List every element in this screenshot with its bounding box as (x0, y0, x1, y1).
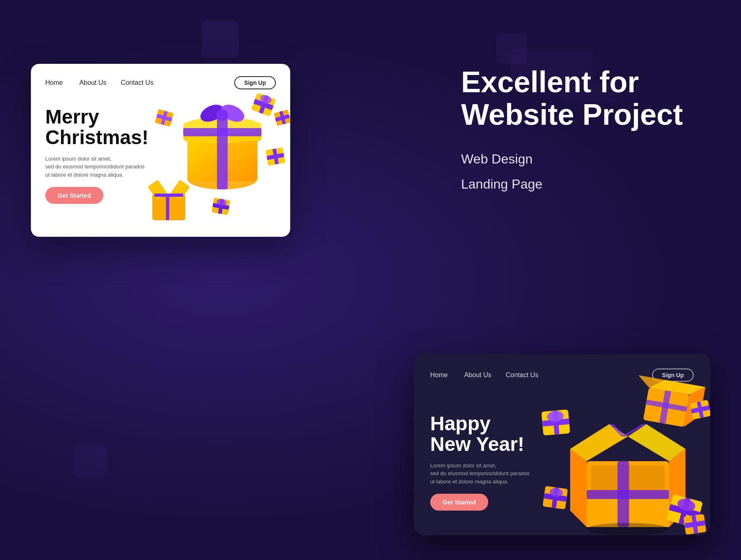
svg-rect-6 (183, 128, 261, 136)
bg-decoration-5 (74, 445, 107, 478)
christmas-title: Merry Christmas! (45, 107, 149, 148)
nav-home-dark[interactable]: Home (430, 371, 448, 379)
nav-about-light[interactable]: About Us (79, 79, 107, 86)
get-started-btn-dark[interactable]: Get Started (430, 494, 488, 511)
card-christmas: Home About Us Contact Us Sign Up Merry C… (31, 64, 290, 237)
subtitle-web-design: Web Design (461, 152, 708, 167)
right-text-panel: Excellent for Website Project Web Design… (461, 66, 708, 202)
svg-point-9 (217, 110, 228, 121)
nav-home-light[interactable]: Home (45, 79, 63, 86)
svg-rect-5 (217, 109, 228, 189)
subtitle-landing-page: Landing Page (461, 177, 708, 192)
hero-text-dark: Happy New Year! Lorem ipsum dolor sit am… (430, 413, 529, 511)
svg-point-43 (587, 523, 669, 535)
svg-marker-34 (570, 449, 587, 527)
newyear-body: Lorem ipsum dolor sit amet, sed do eiusm… (430, 462, 529, 486)
gift-illustration-dark (537, 354, 710, 535)
card-new-year: Home About Us Contact Us Sign Up Happy N… (414, 354, 710, 535)
bg-decoration-1 (202, 21, 239, 58)
get-started-btn-light[interactable]: Get Started (45, 187, 103, 204)
svg-rect-40 (587, 490, 669, 499)
main-headline: Excellent for Website Project (461, 66, 708, 131)
newyear-title: Happy New Year! (430, 413, 529, 455)
hero-text-light: Merry Christmas! Lorem ipsum dolor sit a… (45, 107, 149, 204)
nav-contact-dark[interactable]: Contact Us (506, 371, 538, 379)
nav-about-dark[interactable]: About Us (464, 371, 492, 379)
svg-rect-21 (166, 194, 169, 220)
christmas-body: Lorem ipsum dolor sit amet, sed do eiusm… (45, 155, 149, 179)
gift-illustration-light (142, 76, 290, 233)
